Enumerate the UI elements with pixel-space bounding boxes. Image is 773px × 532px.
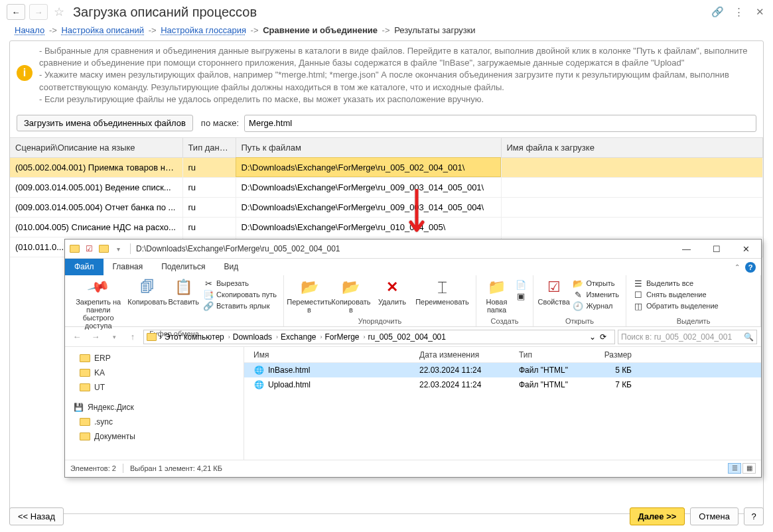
new-folder-button[interactable]: 📁Новая папка [480, 277, 513, 314]
copy-to-button[interactable]: 📂Копировать в [330, 277, 372, 314]
bc-step3[interactable]: Настройка глоссария [161, 25, 246, 35]
col-size[interactable]: Размер [598, 350, 638, 360]
maximize-button[interactable]: ☐ [701, 239, 731, 258]
explorer-body: ERP KA UT 💾Яндекс.Диск .sync Документы И… [65, 347, 761, 460]
close-button[interactable]: ✕ [731, 239, 761, 258]
th-fname[interactable]: Имя файла к загрузке [501, 137, 763, 157]
file-row[interactable]: 🌐Upload.html 22.03.2024 11:24 Файл "HTML… [244, 377, 761, 392]
bc-current: Сравнение и объединение [263, 25, 378, 35]
info-block: i - Выбранные для сравнения и объединени… [10, 41, 763, 112]
qat-new-icon[interactable] [97, 242, 110, 255]
next-button[interactable]: Далее >> [630, 507, 685, 525]
help-icon[interactable]: ? [745, 262, 756, 273]
tree-item[interactable]: Документы [76, 429, 244, 444]
mask-input[interactable] [244, 115, 756, 132]
ribbon-group-open: Открыть [533, 317, 626, 326]
tree-pane[interactable]: ERP KA UT 💾Яндекс.Диск .sync Документы [65, 347, 244, 460]
paste-button[interactable]: 📋Вставить [167, 277, 200, 306]
addr-forward-icon[interactable]: → [88, 329, 104, 345]
info-icon: i [17, 65, 33, 81]
html-file-icon: 🌐 [253, 365, 264, 375]
tree-item[interactable]: 💾Яндекс.Диск [69, 400, 244, 415]
details-view-icon[interactable]: ☰ [728, 463, 741, 474]
properties-button[interactable]: ☑Свойства [537, 277, 570, 306]
kebab-icon[interactable]: ⋮ [732, 5, 745, 19]
thumbs-view-icon[interactable]: ▦ [742, 463, 756, 474]
pin-button[interactable]: 📌Закрепить на панели быстрого доступа [69, 277, 127, 330]
open-button[interactable]: 📂Открыть [573, 278, 619, 289]
th-scenario[interactable]: Сценарий\Описание на языке [10, 137, 182, 157]
refresh-icon[interactable]: ⟳ [597, 332, 609, 342]
status-count: Элементов: 2 [70, 464, 116, 472]
collapse-ribbon-icon[interactable]: ⌃ [735, 263, 740, 271]
footer: << Назад Далее >> Отмена ? [9, 507, 764, 525]
search-input[interactable]: Поиск в: ru_005_002_004_001 🔍 [618, 330, 757, 344]
help-button[interactable]: ? [744, 507, 764, 525]
th-dtype[interactable]: Тип данных [182, 137, 236, 157]
explorer-window: ☑ ▾ D:\Downloads\Exchange\ForMerge\ru_00… [64, 239, 762, 478]
address-bar-row: ← → ▾ ↑ › Этот компьютер› Downloads› Exc… [65, 327, 761, 347]
bc-step2[interactable]: Настройка описаний [61, 25, 144, 35]
table-row[interactable]: (005.002.004.001) Приемка товаров на...r… [10, 157, 763, 177]
delete-button[interactable]: ✕Удалить [372, 277, 413, 306]
move-to-button[interactable]: 📂Переместить в [288, 277, 330, 314]
col-name[interactable]: Имя [253, 350, 419, 360]
col-date[interactable]: Дата изменения [419, 350, 519, 360]
status-selection: Выбран 1 элемент: 4,21 КБ [130, 464, 222, 472]
edit-button[interactable]: ✎Изменить [573, 289, 619, 300]
minimize-button[interactable]: — [671, 239, 701, 258]
tree-item[interactable]: UT [76, 380, 244, 395]
tree-item[interactable]: ERP [76, 351, 244, 366]
breadcrumb: Начало -> Настройка описаний -> Настройк… [0, 25, 773, 40]
nav-back-button[interactable]: ← [7, 4, 25, 20]
search-icon: 🔍 [744, 332, 754, 342]
html-file-icon: 🌐 [253, 379, 264, 390]
favorite-icon[interactable]: ☆ [52, 5, 66, 19]
nav-forward-button[interactable]: → [29, 4, 48, 20]
select-all-button[interactable]: ☰Выделить все [633, 278, 719, 289]
address-bar[interactable]: › Этот компьютер› Downloads› Exchange› F… [143, 330, 615, 344]
cancel-button[interactable]: Отмена [690, 507, 738, 525]
tree-item[interactable]: KA [76, 366, 244, 380]
copy-button[interactable]: 🗐Копировать [127, 277, 167, 306]
addr-back-icon[interactable]: ← [69, 329, 85, 345]
new-item-icon[interactable]: 📄 [516, 279, 526, 290]
bc-home[interactable]: Начало [15, 25, 44, 35]
table-row[interactable]: (010.004.005) Списание НДС на расхо...ru… [10, 217, 763, 237]
history-button[interactable]: 🕘Журнал [573, 300, 619, 311]
window-header: ← → ☆ Загрузка описаний процессов 🔗 ⋮ ✕ [0, 0, 773, 25]
tab-view[interactable]: Вид [214, 259, 247, 275]
addr-up-icon[interactable]: ↑ [125, 329, 141, 345]
folder-icon [68, 242, 81, 255]
table-row[interactable]: (009.003.014.005.004) Отчет банка по ...… [10, 197, 763, 217]
explorer-titlebar[interactable]: ☑ ▾ D:\Downloads\Exchange\ForMerge\ru_00… [65, 239, 761, 258]
rename-button[interactable]: ⌶Переименовать [413, 277, 472, 306]
cut-button[interactable]: ✂Вырезать [203, 278, 277, 289]
th-path[interactable]: Путь к файлам [236, 137, 501, 157]
back-button[interactable]: << Назад [9, 507, 64, 525]
load-merged-button[interactable]: Загрузить имена объединенных файлов [17, 115, 193, 131]
paste-link-button[interactable]: 🔗Вставить ярлык [203, 300, 277, 311]
tree-item[interactable]: .sync [76, 415, 244, 429]
easy-access-icon[interactable]: ▣ [516, 291, 526, 301]
addr-folder-icon [147, 333, 157, 341]
addr-dropdown-icon[interactable]: ▾ [106, 329, 122, 345]
table-row[interactable]: (009.003.014.005.001) Ведение списк...ru… [10, 177, 763, 197]
tab-file[interactable]: Файл [65, 259, 104, 275]
invert-selection-button[interactable]: ◫Обратить выделение [633, 300, 719, 311]
addr-chevron-down-icon[interactable]: ⌄ [589, 332, 596, 342]
col-type[interactable]: Тип [519, 350, 598, 360]
qat-dropdown-icon[interactable]: ▾ [111, 242, 125, 255]
tab-share[interactable]: Поделиться [152, 259, 214, 275]
info-text: - Выбранные для сравнения и объединения … [39, 45, 756, 105]
ribbon-group-new: Создать [476, 317, 533, 326]
qat-props-icon[interactable]: ☑ [82, 242, 96, 255]
link-icon[interactable]: 🔗 [711, 5, 724, 19]
copy-path-button[interactable]: 📑Скопировать путь [203, 289, 277, 300]
close-icon[interactable]: ✕ [753, 5, 766, 19]
tab-home[interactable]: Главная [104, 259, 153, 275]
mask-label: по маске: [198, 118, 239, 128]
select-none-button[interactable]: ☐Снять выделение [633, 289, 719, 300]
ribbon-group-select: Выделить [626, 317, 760, 326]
file-row[interactable]: 🌐InBase.html 22.03.2024 11:24 Файл "HTML… [244, 363, 761, 377]
